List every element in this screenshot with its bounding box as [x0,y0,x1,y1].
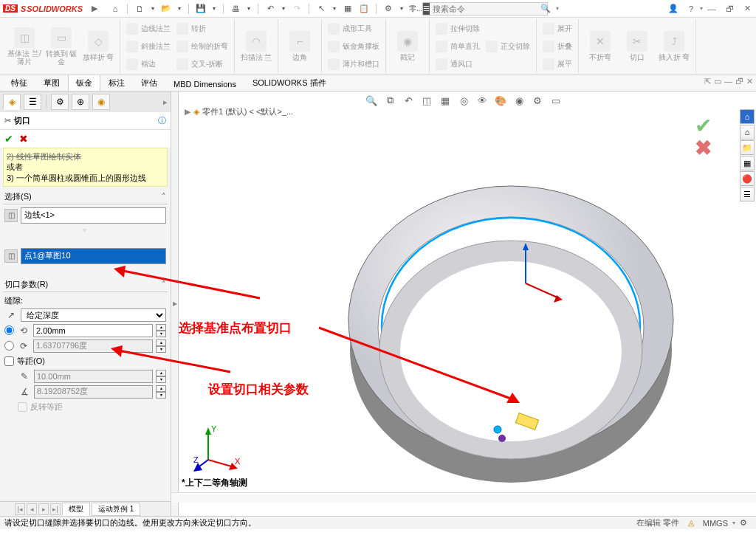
equal-offset-checkbox[interactable] [4,356,14,366]
spin-down[interactable]: ▾ [156,346,166,353]
zoom-fit-icon[interactable]: 🔍 [363,93,379,108]
doc-close-icon[interactable]: ✕ [746,77,753,86]
command-search[interactable]: ☰ 🔍 [422,2,548,15]
tab-annotate[interactable]: 标注 [100,75,133,91]
edge-flange-button[interactable]: 边线法兰 [125,21,172,37]
corner-button[interactable]: ⌐边角 [283,19,317,73]
design-library-icon[interactable]: ⌂ [740,125,755,139]
tile-icon[interactable]: ▭ [714,77,721,86]
point-selection-box[interactable]: 点1@草图10 [21,248,166,264]
prev-view-icon[interactable]: ↶ [400,93,416,108]
home-icon[interactable]: ⌂ [109,3,121,15]
view-orientation-icon[interactable]: ▦ [437,93,453,108]
model-view[interactable] [275,136,747,534]
panel-splitter[interactable]: ▶ [171,92,179,516]
breadcrumb[interactable]: ▶ ◈ 零件1 (默认) < <默认>_... [185,106,293,117]
vent-button[interactable]: 通风口 [434,56,481,72]
no-bend-button[interactable]: ✕不折弯 [583,19,617,73]
select-dropdown[interactable]: ▾ [331,3,337,15]
resources-tab-icon[interactable]: ⌂ [740,109,755,124]
pm-tab-config[interactable]: ⚙ [51,94,69,110]
doc-restore-icon[interactable]: 🗗 [735,77,743,86]
spin-up[interactable]: ▴ [156,339,166,346]
pm-ok-button[interactable]: ✔ [4,133,13,145]
hide-show-icon[interactable]: 👁 [474,93,490,108]
confirm-corner-ok[interactable]: ✔ [695,114,712,138]
tab-model[interactable]: 模型 [62,503,90,516]
render-icon[interactable]: ▭ [548,93,564,108]
depth-radio[interactable] [4,325,14,335]
reverse-direction-icon[interactable]: ↗ [4,308,18,322]
graphics-area[interactable]: ▶ ▶ ◈ 零件1 (默认) < <默认>_... 🔍 ⧉ ↶ ◫ ▦ ◎ 👁 … [171,92,756,516]
tab-slot-button[interactable]: 薄片和槽口 [326,56,381,72]
expand-tab-icon[interactable]: ⇱ [704,77,711,86]
extruded-cut-button[interactable]: 拉伸切除 [434,21,481,37]
tab-nav-prev[interactable]: ◂ [27,503,37,515]
restore-icon[interactable]: 🗗 [721,1,738,16]
swept-flange-button[interactable]: ◠扫描法 兰 [239,19,273,73]
simple-hole-button[interactable]: 简单直孔 [434,38,481,55]
undo-icon[interactable]: ↶ [264,3,276,15]
options-icon[interactable]: 📋 [358,3,370,15]
hem-button[interactable]: 褶边 [125,56,172,72]
tab-nav-next[interactable]: ▸ [38,503,49,515]
pm-tab-dimxpert[interactable]: ⊕ [72,94,89,110]
display-style-icon[interactable]: ◎ [456,93,472,108]
settings-icon[interactable]: ⚙ [382,3,394,15]
sketched-bend-button[interactable]: 绘制的折弯 [175,38,230,55]
tab-evaluate[interactable]: 评估 [133,75,165,91]
pm-cancel-button[interactable]: ✖ [19,133,28,145]
loft-bend-button[interactable]: ◇放样折 弯 [81,19,115,73]
help-icon[interactable]: ? [682,1,700,16]
reference-triad[interactable]: Y X Z [193,423,245,475]
open-icon[interactable]: 📂 [160,3,172,15]
dropdown-text[interactable]: 零... [409,3,422,15]
spin-down[interactable]: ▾ [156,392,166,399]
spin-up[interactable]: ▴ [156,324,166,331]
depth-type-select[interactable]: 给定深度 [21,308,166,322]
view-palette-icon[interactable]: ▦ [740,156,755,170]
print-icon[interactable]: 🖶 [230,3,241,15]
section-collapse-icon[interactable]: ˄ [162,192,166,201]
new-dropdown[interactable]: ▾ [150,3,156,15]
miter-flange-button[interactable]: 斜接法兰 [125,38,172,55]
new-icon[interactable]: 🗋 [134,3,145,15]
confirm-corner-cancel[interactable]: ✖ [695,136,712,160]
panel-pin-icon[interactable]: ▸ [163,97,168,107]
close-icon[interactable]: ✕ [738,1,756,16]
flatten-button[interactable]: 展平 [541,56,574,72]
fold-button[interactable]: 折叠 [541,38,574,55]
scene-icon[interactable]: ◉ [511,93,527,108]
settings-dropdown[interactable]: ▾ [399,3,405,15]
select-icon[interactable]: ↖ [315,3,327,15]
pm-tab-feature[interactable]: ◈ [3,94,21,110]
pm-help-icon[interactable]: ⓘ [158,115,166,126]
unfold-button[interactable]: 展开 [541,21,574,37]
pm-tab-display[interactable]: ◉ [92,94,110,110]
tab-sheetmetal[interactable]: 钣金 [68,75,100,91]
convert-sheetmetal-button[interactable]: ▭转换到 钣金 [44,19,78,73]
appearances-tab-icon[interactable]: 🔴 [740,171,755,186]
insert-bend-button[interactable]: ⤴插入折 弯 [657,19,691,73]
angle-radio[interactable] [4,341,14,351]
tab-motion[interactable]: 运动算例 1 [92,503,140,516]
tab-mbd[interactable]: MBD Dimensions [165,77,244,91]
search-input[interactable] [430,4,537,13]
tab-nav-last[interactable]: ▸| [50,503,61,515]
appearance-icon[interactable]: 🎨 [492,93,509,108]
file-explorer-icon[interactable]: 📁 [740,140,755,155]
cross-break-button[interactable]: 交叉-折断 [175,56,230,72]
tab-addins[interactable]: SOLIDWORKS 插件 [244,75,334,91]
base-flange-button[interactable]: ◫基体法 兰/薄片 [7,19,41,73]
open-dropdown[interactable]: ▾ [176,3,182,15]
doc-minimize-icon[interactable]: — [724,77,732,86]
spin-up[interactable]: ▴ [156,385,166,392]
rebuild-icon[interactable]: ▦ [342,3,354,15]
print-dropdown[interactable]: ▾ [246,3,252,15]
tab-features[interactable]: 特征 [3,75,35,91]
jog-button[interactable]: 转折 [175,21,230,37]
section-collapse-icon[interactable]: ˄ [162,280,166,289]
stamp-button[interactable]: ◉戳记 [391,19,425,73]
login-icon[interactable]: 👤 [664,1,682,16]
section-view-icon[interactable]: ◫ [419,93,435,108]
